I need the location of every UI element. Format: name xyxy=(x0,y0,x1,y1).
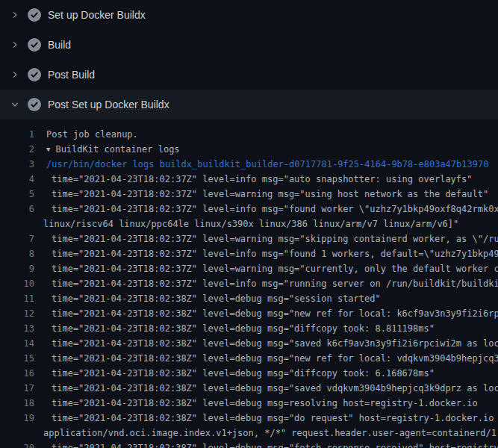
log-text: time="2021-04-23T18:02:37Z" level=info m… xyxy=(52,276,498,291)
log-line: 10time="2021-04-23T18:02:37Z" level=info… xyxy=(0,276,498,291)
log-line: 12time="2021-04-23T18:02:38Z" level=debu… xyxy=(0,306,498,321)
log-line-number[interactable]: 20 xyxy=(0,441,34,448)
check-circle-icon xyxy=(28,98,41,111)
log-line: 19time="2021-04-23T18:02:38Z" level=debu… xyxy=(0,411,498,426)
log-text: time="2021-04-23T18:02:38Z" level=debug … xyxy=(52,351,498,366)
log-line-number[interactable]: 11 xyxy=(0,291,34,306)
log-line-number[interactable]: 16 xyxy=(0,366,34,381)
chevron-down-icon[interactable] xyxy=(9,99,21,111)
log-line-number[interactable]: 2 xyxy=(0,142,34,157)
log-line: linux/riscv64 linux/ppc64le linux/s390x … xyxy=(0,217,498,231)
log-text: ▼BuildKit container logs xyxy=(46,142,180,157)
log-text: time="2021-04-23T18:02:38Z" level=debug … xyxy=(52,441,498,448)
log-line-number[interactable]: 12 xyxy=(0,306,34,321)
step-row-set-up-docker-buildx[interactable]: Set up Docker Buildx xyxy=(0,0,498,30)
log-line: 20time="2021-04-23T18:02:38Z" level=debu… xyxy=(0,441,498,448)
log-line-number[interactable]: 5 xyxy=(0,187,34,202)
log-text: time="2021-04-23T18:02:37Z" level=warnin… xyxy=(52,261,498,276)
step-label: Post Set up Docker Buildx xyxy=(48,99,169,111)
step-row-build[interactable]: Build xyxy=(0,30,498,60)
log-text: time="2021-04-23T18:02:38Z" level=debug … xyxy=(52,336,498,351)
log-line: 8time="2021-04-23T18:02:37Z" level=info … xyxy=(0,246,498,261)
log-text: time="2021-04-23T18:02:38Z" level=debug … xyxy=(52,411,498,426)
log-line: 15time="2021-04-23T18:02:38Z" level=debu… xyxy=(0,351,498,366)
log-text: time="2021-04-23T18:02:38Z" level=debug … xyxy=(52,396,478,411)
check-circle-icon xyxy=(28,8,41,22)
log-text: Post job cleanup. xyxy=(46,127,138,142)
log-text: time="2021-04-23T18:02:38Z" level=debug … xyxy=(52,306,498,321)
log-line-number[interactable]: 19 xyxy=(0,411,34,426)
group-label[interactable]: BuildKit container logs xyxy=(55,144,179,155)
log-lines: 1Post job cleanup.2▼BuildKit container l… xyxy=(0,119,498,448)
log-line-number[interactable]: 1 xyxy=(0,127,34,142)
log-line-number[interactable]: 14 xyxy=(0,336,34,351)
log-command-text: /usr/bin/docker logs buildx_buildkit_bui… xyxy=(46,157,488,172)
log-line-number[interactable]: 10 xyxy=(0,276,34,291)
log-text: time="2021-04-23T18:02:38Z" level=debug … xyxy=(52,366,435,381)
log-line-number xyxy=(0,426,34,441)
log-text: time="2021-04-23T18:02:38Z" level=debug … xyxy=(52,291,381,306)
log-text: linux/riscv64 linux/ppc64le linux/s390x … xyxy=(43,217,458,231)
log-text: application/vnd.oci.image.index.v1+json,… xyxy=(43,426,498,441)
chevron-right-icon[interactable] xyxy=(9,39,21,51)
log-line: 16time="2021-04-23T18:02:38Z" level=debu… xyxy=(0,366,498,381)
log-line-number[interactable]: 15 xyxy=(0,351,34,366)
steps-list: Set up Docker BuildxBuildPost BuildPost … xyxy=(0,0,498,119)
log-text: time="2021-04-23T18:02:38Z" level=debug … xyxy=(52,321,435,336)
step-label: Set up Docker Buildx xyxy=(48,9,146,21)
step-row-post-set-up-docker-buildx[interactable]: Post Set up Docker Buildx xyxy=(0,90,498,119)
log-text: time="2021-04-23T18:02:37Z" level=warnin… xyxy=(52,187,488,202)
log-line-number[interactable]: 7 xyxy=(0,231,34,246)
log-line: 7time="2021-04-23T18:02:37Z" level=warni… xyxy=(0,231,498,246)
log-line-number[interactable]: 3 xyxy=(0,157,34,172)
log-line: 6time="2021-04-23T18:02:37Z" level=info … xyxy=(0,202,498,217)
log-line: 4time="2021-04-23T18:02:37Z" level=info … xyxy=(0,172,498,187)
log-line: 14time="2021-04-23T18:02:38Z" level=debu… xyxy=(0,336,498,351)
log-line-number[interactable]: 9 xyxy=(0,261,34,276)
log-line-number[interactable]: 18 xyxy=(0,396,34,411)
group-collapse-icon[interactable]: ▼ xyxy=(46,142,50,157)
check-circle-icon xyxy=(28,38,41,52)
log-line-number[interactable]: 6 xyxy=(0,202,34,217)
chevron-right-icon[interactable] xyxy=(9,9,21,21)
log-line: 18time="2021-04-23T18:02:38Z" level=debu… xyxy=(0,396,498,411)
log-line: 3/usr/bin/docker logs buildx_buildkit_bu… xyxy=(0,157,498,172)
log-line: application/vnd.oci.image.index.v1+json,… xyxy=(0,426,498,441)
check-circle-icon xyxy=(28,68,41,81)
log-line: 5time="2021-04-23T18:02:37Z" level=warni… xyxy=(0,187,498,202)
log-text: time="2021-04-23T18:02:37Z" level=info m… xyxy=(52,246,498,261)
log-text: time="2021-04-23T18:02:37Z" level=warnin… xyxy=(52,231,498,246)
chevron-right-icon[interactable] xyxy=(9,69,21,81)
log-line-number[interactable]: 8 xyxy=(0,246,34,261)
log-line: 11time="2021-04-23T18:02:38Z" level=debu… xyxy=(0,291,498,306)
log-line: 1Post job cleanup. xyxy=(0,127,498,142)
log-text: time="2021-04-23T18:02:37Z" level=info m… xyxy=(52,172,473,187)
step-row-post-build[interactable]: Post Build xyxy=(0,60,498,90)
step-label: Post Build xyxy=(48,69,95,81)
log-line-number[interactable]: 17 xyxy=(0,381,34,396)
log-line: 13time="2021-04-23T18:02:38Z" level=debu… xyxy=(0,321,498,336)
log-line: 9time="2021-04-23T18:02:37Z" level=warni… xyxy=(0,261,498,276)
log-line-number[interactable]: 13 xyxy=(0,321,34,336)
step-label: Build xyxy=(48,39,71,51)
log-line: 2▼BuildKit container logs xyxy=(0,142,498,157)
log-line-number xyxy=(0,217,34,231)
log-text: time="2021-04-23T18:02:38Z" level=debug … xyxy=(52,381,498,396)
log-line: 17time="2021-04-23T18:02:38Z" level=debu… xyxy=(0,381,498,396)
log-line-number[interactable]: 4 xyxy=(0,172,34,187)
log-text: time="2021-04-23T18:02:37Z" level=info m… xyxy=(52,202,498,217)
